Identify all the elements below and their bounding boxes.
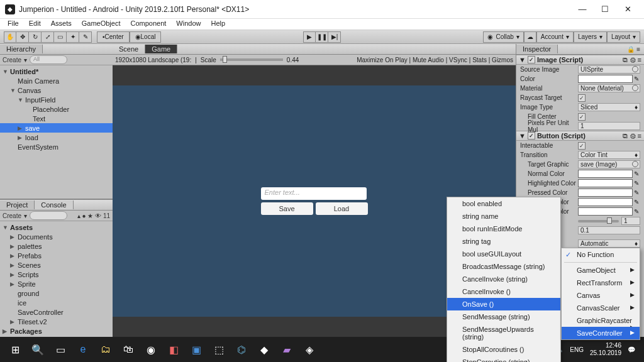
game-opt[interactable]: | Stats <box>467 57 487 63</box>
color-field[interactable] <box>578 207 633 216</box>
pivot-toggle[interactable]: ▪ Center <box>97 31 130 43</box>
tree-item[interactable]: EventSystem <box>0 142 113 151</box>
game-opt[interactable]: | Gizmos <box>487 57 513 63</box>
menu-gameobject[interactable]: GameObject <box>77 19 126 30</box>
ctx-item[interactable]: CancelInvoke (string) <box>447 273 560 285</box>
cloud-button[interactable]: ☁ <box>524 31 536 43</box>
ctx-item[interactable]: bool enabled <box>447 197 560 210</box>
checkbox[interactable]: ✓ <box>578 113 586 121</box>
ctx-item[interactable]: SendMessage (string) <box>447 310 560 323</box>
function-context-menu[interactable]: ✓No FunctionGameObject▶RectTransform▶Can… <box>561 248 640 340</box>
color-field[interactable] <box>578 189 633 197</box>
game-load-button[interactable]: Load <box>316 202 368 215</box>
tree-item[interactable]: Text <box>0 114 113 123</box>
app-icon-4[interactable]: ⌬ <box>230 338 253 361</box>
play-button[interactable]: ▶ <box>303 31 316 43</box>
project-create[interactable]: Create <box>3 212 21 219</box>
tree-item[interactable]: ▶Sprite <box>0 279 113 288</box>
chrome-icon[interactable]: ◉ <box>140 338 162 361</box>
component-toggle[interactable]: ✓ <box>528 56 535 63</box>
component-header[interactable]: ▼ ✓ Image (Script)⧉ ⚙ ≡ <box>516 55 644 65</box>
tray-language[interactable]: ENG <box>570 346 584 353</box>
notifications-icon[interactable]: 💬 <box>628 346 635 353</box>
menu-window[interactable]: Window <box>171 19 206 30</box>
transform-tool[interactable]: ✦ <box>67 31 79 43</box>
custom-tool[interactable]: ✎ <box>79 31 92 43</box>
game-opt[interactable]: | Mute Audio <box>408 57 444 63</box>
game-resolution[interactable]: 1920x1080 Landscape (19: <box>115 57 191 63</box>
game-tab[interactable]: Game <box>145 45 177 53</box>
ctx-item[interactable]: GraphicRaycaster▶ <box>562 314 640 327</box>
tree-item[interactable]: Main Camera <box>0 76 113 85</box>
tree-item[interactable]: ▼Canvas <box>0 85 113 95</box>
tree-item[interactable]: ▶palettes <box>0 241 113 251</box>
hierarchy-tab[interactable]: Hierarchy <box>0 45 43 53</box>
project-tab[interactable]: Project <box>0 200 35 209</box>
tree-item[interactable]: ▼Untitled* <box>0 67 113 76</box>
ctx-item[interactable]: SendMessageUpwards (string) <box>447 323 560 343</box>
color-field[interactable] <box>578 198 633 206</box>
game-input-field[interactable]: Enter text... <box>261 187 367 200</box>
tree-item[interactable]: ▶Packages <box>0 326 113 336</box>
ctx-item[interactable]: string tag <box>447 235 560 248</box>
console-tab[interactable]: Console <box>35 200 73 209</box>
menu-help[interactable]: Help <box>206 19 230 30</box>
ctx-item[interactable]: StopAllCoroutines () <box>447 343 560 356</box>
checkbox[interactable]: ✓ <box>578 94 586 102</box>
minimize-button[interactable]: — <box>571 2 594 17</box>
ctx-item[interactable]: bool runInEditMode <box>447 222 560 235</box>
unity-editor-icon[interactable]: ◈ <box>298 338 321 361</box>
scale-tool[interactable]: ⤢ <box>42 31 54 43</box>
start-button[interactable]: ⊞ <box>4 338 26 361</box>
move-tool[interactable]: ✥ <box>16 31 29 43</box>
ctx-item[interactable]: GameObject▶ <box>562 264 640 277</box>
checkbox[interactable]: ✓ <box>578 142 586 150</box>
tree-item[interactable]: ▶Documents <box>0 232 113 241</box>
rotate-tool[interactable]: ↻ <box>29 31 42 43</box>
maximize-button[interactable]: ☐ <box>594 2 616 17</box>
app-icon-1[interactable]: ◧ <box>162 338 185 361</box>
visual-studio-icon[interactable]: ▰ <box>275 338 298 361</box>
tree-item[interactable]: ground <box>0 288 113 298</box>
collab-button[interactable]: ◉ Collab ▾ <box>483 31 523 43</box>
menu-file[interactable]: File <box>3 19 24 30</box>
inspector-tab[interactable]: Inspector <box>516 45 558 53</box>
tree-item[interactable]: ▶Scenes <box>0 260 113 270</box>
ctx-item[interactable]: Canvas▶ <box>562 289 640 302</box>
close-button[interactable]: ✕ <box>616 2 639 17</box>
edge-icon[interactable]: e <box>72 338 94 361</box>
search-icon[interactable]: 🔍 <box>26 338 49 361</box>
account-dropdown[interactable]: Account ▾ <box>536 31 574 43</box>
tree-item[interactable]: ▶Prefabs <box>0 251 113 260</box>
game-opt[interactable]: Maximize On Play <box>357 57 408 63</box>
ctx-item[interactable]: SaveController▶ <box>562 327 640 339</box>
tree-item[interactable]: Placeholder <box>0 104 113 114</box>
hand-tool[interactable]: ✋ <box>4 31 16 43</box>
scene-tab[interactable]: Scene <box>113 45 145 53</box>
menu-assets[interactable]: Assets <box>46 19 77 30</box>
app-icon-2[interactable]: ▣ <box>185 338 208 361</box>
multiplier-slider[interactable]: 1 <box>578 217 640 225</box>
property-field[interactable]: Color Tint ♦ <box>578 151 640 159</box>
rect-tool[interactable]: ▭ <box>54 31 67 43</box>
tree-item[interactable]: ▶load <box>0 133 113 142</box>
ctx-item[interactable]: OnSave () <box>447 298 560 310</box>
task-view-icon[interactable]: ▭ <box>49 338 72 361</box>
ctx-item[interactable]: CanvasScaler▶ <box>562 302 640 314</box>
tree-item[interactable]: SaveController <box>0 307 113 317</box>
layout-dropdown[interactable]: Layout ▾ <box>607 31 640 43</box>
navigation-field[interactable]: Automatic ♦ <box>578 239 640 248</box>
tree-item[interactable]: ice <box>0 298 113 307</box>
game-opt[interactable]: | VSync <box>444 57 467 63</box>
unity-hub-icon[interactable]: ◆ <box>253 338 275 361</box>
app-icon-3[interactable]: ⬚ <box>208 338 230 361</box>
property-field[interactable]: None (Material) <box>578 84 640 92</box>
color-field[interactable] <box>578 179 633 187</box>
game-save-button[interactable]: Save <box>261 202 313 215</box>
store-icon[interactable]: 🛍 <box>117 338 140 361</box>
ctx-item[interactable]: BroadcastMessage (string) <box>447 260 560 273</box>
layers-dropdown[interactable]: Layers ▾ <box>574 31 607 43</box>
menu-component[interactable]: Component <box>125 19 171 30</box>
pause-button[interactable]: ❚❚ <box>316 31 328 43</box>
ctx-item[interactable]: StopCoroutine (string) <box>447 356 560 362</box>
